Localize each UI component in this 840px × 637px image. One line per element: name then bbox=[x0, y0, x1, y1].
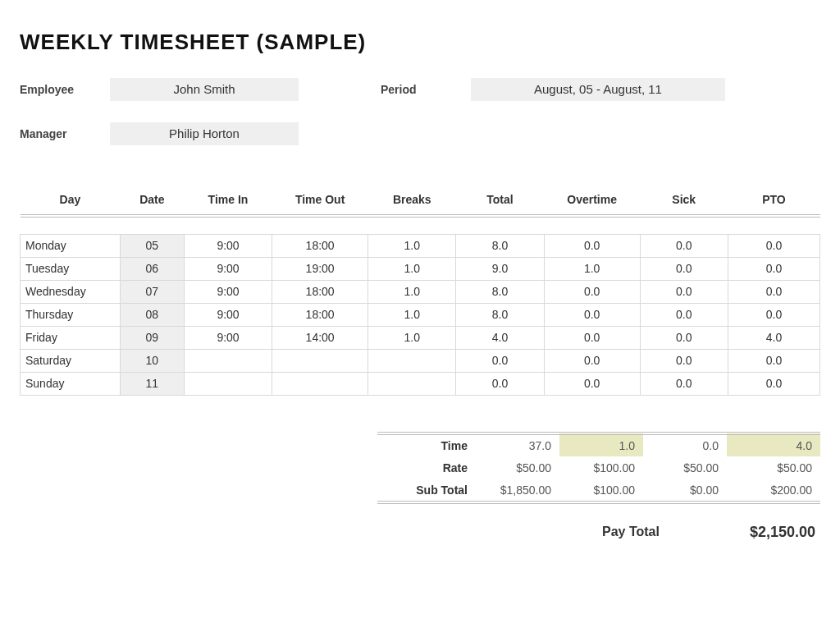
summary-subtotal-pto: $200.00 bbox=[727, 479, 820, 502]
cell-time_in: 9:00 bbox=[184, 280, 272, 303]
period-value: August, 05 - August, 11 bbox=[471, 78, 725, 101]
manager-label: Manager bbox=[20, 127, 110, 140]
cell-day: Friday bbox=[21, 326, 121, 349]
pay-total-section: Pay Total $2,150.00 bbox=[20, 524, 820, 541]
timesheet-table: Day Date Time In Time Out Breaks Total O… bbox=[20, 186, 820, 396]
summary-rate-total: $50.00 bbox=[476, 456, 559, 479]
summary-subtotal-label: Sub Total bbox=[377, 479, 476, 502]
summary-rate-label: Rate bbox=[377, 456, 476, 479]
cell-date: 07 bbox=[120, 280, 184, 303]
cell-overtime: 0.0 bbox=[544, 326, 640, 349]
table-row: Tuesday069:0019:001.09.01.00.00.0 bbox=[21, 257, 820, 280]
cell-time_in: 9:00 bbox=[184, 257, 272, 280]
header-day: Day bbox=[21, 186, 121, 216]
summary-rate-overtime: $100.00 bbox=[559, 456, 643, 479]
cell-total: 0.0 bbox=[456, 372, 544, 395]
header-date: Date bbox=[120, 186, 184, 216]
cell-sick: 0.0 bbox=[640, 326, 728, 349]
cell-sick: 0.0 bbox=[640, 257, 728, 280]
table-row: Thursday089:0018:001.08.00.00.00.0 bbox=[21, 303, 820, 326]
cell-time_in: 9:00 bbox=[184, 326, 272, 349]
summary-rate-pto: $50.00 bbox=[727, 456, 820, 479]
cell-overtime: 1.0 bbox=[544, 257, 640, 280]
cell-date: 05 bbox=[120, 234, 184, 257]
cell-time_out: 14:00 bbox=[272, 326, 368, 349]
summary-subtotal-overtime: $100.00 bbox=[559, 479, 643, 502]
cell-day: Wednesday bbox=[21, 280, 121, 303]
cell-date: 06 bbox=[120, 257, 184, 280]
cell-breaks: 1.0 bbox=[368, 234, 456, 257]
table-row: Saturday100.00.00.00.0 bbox=[21, 349, 820, 372]
cell-time_out bbox=[272, 372, 368, 395]
header-pto: PTO bbox=[728, 186, 819, 216]
cell-breaks: 1.0 bbox=[368, 326, 456, 349]
cell-total: 8.0 bbox=[456, 280, 544, 303]
cell-overtime: 0.0 bbox=[544, 372, 640, 395]
header-sick: Sick bbox=[640, 186, 728, 216]
header-breaks: Breaks bbox=[368, 186, 456, 216]
summary-time-row: Time 37.0 1.0 0.0 4.0 bbox=[377, 433, 820, 456]
cell-time_in bbox=[184, 349, 272, 372]
table-row: Wednesday079:0018:001.08.00.00.00.0 bbox=[21, 280, 820, 303]
cell-total: 9.0 bbox=[456, 257, 544, 280]
cell-date: 08 bbox=[120, 303, 184, 326]
table-row: Monday059:0018:001.08.00.00.00.0 bbox=[21, 234, 820, 257]
header-time-in: Time In bbox=[184, 186, 272, 216]
cell-time_in bbox=[184, 372, 272, 395]
pay-total-label: Pay Total bbox=[602, 525, 660, 539]
table-row: Friday099:0014:001.04.00.00.04.0 bbox=[21, 326, 820, 349]
cell-pto: 0.0 bbox=[728, 234, 819, 257]
cell-sick: 0.0 bbox=[640, 303, 728, 326]
cell-total: 4.0 bbox=[456, 326, 544, 349]
summary-rate-row: Rate $50.00 $100.00 $50.00 $50.00 bbox=[377, 456, 820, 479]
cell-total: 8.0 bbox=[456, 303, 544, 326]
cell-breaks bbox=[368, 372, 456, 395]
summary-section: Time 37.0 1.0 0.0 4.0 Rate $50.00 $100.0… bbox=[20, 432, 820, 504]
summary-subtotal-sick: $0.00 bbox=[643, 479, 727, 502]
cell-sick: 0.0 bbox=[640, 280, 728, 303]
cell-overtime: 0.0 bbox=[544, 280, 640, 303]
table-header-row: Day Date Time In Time Out Breaks Total O… bbox=[21, 186, 820, 216]
manager-value: Philip Horton bbox=[110, 122, 299, 145]
cell-overtime: 0.0 bbox=[544, 303, 640, 326]
cell-time_out bbox=[272, 349, 368, 372]
page-title: WEEKLY TIMESHEET (SAMPLE) bbox=[20, 30, 820, 55]
cell-total: 8.0 bbox=[456, 234, 544, 257]
cell-time_out: 18:00 bbox=[272, 280, 368, 303]
pay-total-value: $2,150.00 bbox=[750, 524, 820, 541]
cell-time_in: 9:00 bbox=[184, 303, 272, 326]
cell-date: 11 bbox=[120, 372, 184, 395]
cell-pto: 0.0 bbox=[728, 372, 819, 395]
summary-subtotal-total: $1,850.00 bbox=[476, 479, 559, 502]
cell-overtime: 0.0 bbox=[544, 349, 640, 372]
cell-date: 10 bbox=[120, 349, 184, 372]
header-overtime: Overtime bbox=[544, 186, 640, 216]
cell-overtime: 0.0 bbox=[544, 234, 640, 257]
cell-breaks: 1.0 bbox=[368, 280, 456, 303]
cell-time_in: 9:00 bbox=[184, 234, 272, 257]
cell-date: 09 bbox=[120, 326, 184, 349]
cell-day: Monday bbox=[21, 234, 121, 257]
meta-section: Employee John Smith Period August, 05 - … bbox=[20, 78, 820, 145]
summary-time-pto: 4.0 bbox=[727, 433, 820, 456]
cell-day: Saturday bbox=[21, 349, 121, 372]
cell-day: Thursday bbox=[21, 303, 121, 326]
cell-sick: 0.0 bbox=[640, 372, 728, 395]
cell-pto: 0.0 bbox=[728, 303, 819, 326]
summary-time-overtime: 1.0 bbox=[559, 433, 643, 456]
table-row: Sunday110.00.00.00.0 bbox=[21, 372, 820, 395]
summary-subtotal-row: Sub Total $1,850.00 $100.00 $0.00 $200.0… bbox=[377, 479, 820, 502]
cell-time_out: 19:00 bbox=[272, 257, 368, 280]
cell-day: Tuesday bbox=[21, 257, 121, 280]
cell-time_out: 18:00 bbox=[272, 234, 368, 257]
summary-time-label: Time bbox=[377, 433, 476, 456]
cell-pto: 0.0 bbox=[728, 349, 819, 372]
cell-pto: 0.0 bbox=[728, 280, 819, 303]
cell-total: 0.0 bbox=[456, 349, 544, 372]
cell-sick: 0.0 bbox=[640, 349, 728, 372]
cell-time_out: 18:00 bbox=[272, 303, 368, 326]
employee-label: Employee bbox=[20, 83, 110, 96]
cell-pto: 0.0 bbox=[728, 257, 819, 280]
cell-breaks bbox=[368, 349, 456, 372]
cell-breaks: 1.0 bbox=[368, 257, 456, 280]
